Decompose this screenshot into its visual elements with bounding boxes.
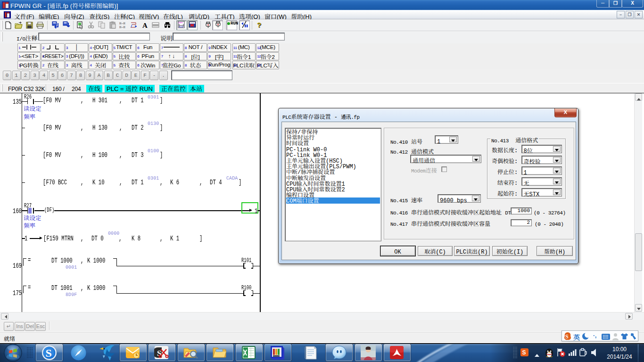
svg-text:A: A <box>142 22 148 29</box>
svg-text:S: S <box>46 347 52 359</box>
svg-text:H—H: H—H <box>119 25 125 29</box>
svg-text:S: S <box>565 333 569 340</box>
svg-text:H—H: H—H <box>119 22 125 25</box>
svg-text:S: S <box>522 349 526 356</box>
